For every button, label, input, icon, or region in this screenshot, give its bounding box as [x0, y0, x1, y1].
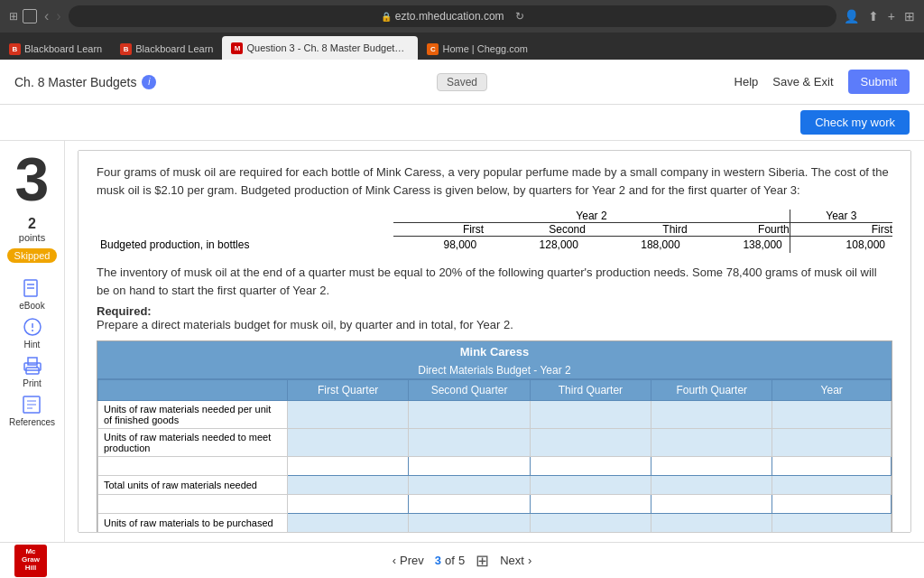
- nav-forward[interactable]: ›: [56, 8, 60, 24]
- budget-row-2-q1[interactable]: [288, 429, 409, 457]
- budget-row-5-q2[interactable]: [409, 495, 530, 514]
- nav-back[interactable]: ‹: [44, 8, 49, 24]
- hint-sidebar-item[interactable]: Hint: [22, 316, 43, 350]
- production-row: Budgeted production, in bottles 98,000 1…: [97, 237, 892, 254]
- tab-blackboard-1[interactable]: B Blackboard Learn: [0, 38, 111, 60]
- svg-point-9: [36, 366, 38, 368]
- bb-favicon-1: B: [9, 43, 21, 55]
- budget-row-6-q2[interactable]: [409, 514, 530, 533]
- prod-subh-first: First: [393, 223, 484, 237]
- prod-val-2: 128,000: [484, 237, 586, 254]
- budget-row-2-year[interactable]: [772, 429, 892, 457]
- tab-chegg[interactable]: C Home | Chegg.com: [418, 38, 537, 60]
- budget-row-4-year[interactable]: [772, 476, 892, 495]
- budget-title: Mink Caress: [97, 341, 892, 362]
- budget-row-1-q2[interactable]: [409, 401, 530, 429]
- budget-row-2: Units of raw materials needed to meet pr…: [98, 429, 892, 457]
- budget-row-4-q4[interactable]: [651, 476, 772, 495]
- budget-row-5: [98, 495, 892, 514]
- budget-row-7-q4[interactable]: [651, 533, 772, 534]
- of-label: of: [445, 554, 455, 567]
- reload-icon[interactable]: ↻: [515, 10, 524, 23]
- lock-icon: 🔒: [381, 12, 392, 22]
- page-indicator: 3 of 5: [435, 554, 465, 567]
- budget-row-2-q3[interactable]: [530, 429, 651, 457]
- budget-row-3-label: [98, 457, 288, 476]
- budget-row-3-q1[interactable]: [288, 457, 409, 476]
- address-bar[interactable]: 🔒 ezto.mheducation.com ↻: [69, 5, 836, 27]
- submit-button[interactable]: Submit: [848, 70, 910, 94]
- prod-subh-second: Second: [484, 223, 586, 237]
- budget-row-3: [98, 457, 892, 476]
- budget-row-5-q1[interactable]: [288, 495, 409, 514]
- budget-row-7-q3[interactable]: [530, 533, 651, 534]
- budget-col-q1: First Quarter: [288, 380, 409, 401]
- budget-row-3-q3[interactable]: [530, 457, 651, 476]
- budget-row-6-label: Units of raw materials to be purchased: [98, 514, 288, 533]
- account-icon[interactable]: 👤: [844, 9, 859, 23]
- check-work-button[interactable]: Check my work: [800, 110, 910, 135]
- prod-val-3: 188,000: [586, 237, 688, 254]
- budget-row-6-q3[interactable]: [530, 514, 651, 533]
- budget-col-label: [98, 380, 288, 401]
- tab-label-2: Blackboard Learn: [135, 43, 213, 54]
- share-icon[interactable]: ⬆: [868, 9, 879, 23]
- help-link[interactable]: Help: [735, 75, 759, 89]
- points-display: 2 points: [19, 215, 45, 243]
- prod-year2-header: Year 2: [393, 210, 790, 223]
- budget-row-7-year[interactable]: [772, 533, 892, 534]
- save-exit-link[interactable]: Save & Exit: [772, 75, 833, 89]
- more-icon[interactable]: ⊞: [904, 9, 915, 23]
- budget-col-q3: Third Quarter: [530, 380, 651, 401]
- saved-indicator: Saved: [437, 73, 487, 91]
- prod-col-blank: [97, 210, 393, 223]
- add-tab-icon[interactable]: +: [888, 9, 895, 23]
- budget-row-3-year[interactable]: [772, 457, 892, 476]
- ebook-sidebar-item[interactable]: eBook: [19, 277, 44, 311]
- svg-point-5: [32, 330, 33, 331]
- prev-button[interactable]: ‹ Prev: [393, 554, 424, 567]
- tab-label-3: Question 3 - Ch. 8 Master Budgets - Conn…: [246, 42, 409, 53]
- budget-row-6-year[interactable]: [772, 514, 892, 533]
- budget-row-5-q3[interactable]: [530, 495, 651, 514]
- budget-row-4-q2[interactable]: [409, 476, 530, 495]
- budget-row-1-q4[interactable]: [651, 401, 772, 429]
- budget-row-4-q3[interactable]: [530, 476, 651, 495]
- ebook-icon: [21, 277, 42, 299]
- budget-row-2-q4[interactable]: [651, 429, 772, 457]
- budget-row-6-q4[interactable]: [651, 514, 772, 533]
- budget-subtitle: Direct Materials Budget - Year 2: [97, 362, 892, 379]
- budget-row-4: Total units of raw materials needed: [98, 476, 892, 495]
- grid-view-button[interactable]: ⊞: [476, 551, 489, 571]
- ebook-label: eBook: [19, 301, 44, 311]
- budget-row-2-q2[interactable]: [409, 429, 530, 457]
- budget-row-3-q4[interactable]: [651, 457, 772, 476]
- info-icon[interactable]: i: [142, 75, 156, 89]
- references-sidebar-item[interactable]: References: [9, 394, 55, 427]
- next-button[interactable]: Next ›: [500, 554, 531, 567]
- budget-row-7-q2[interactable]: [409, 533, 530, 534]
- header-actions: Help Save & Exit Submit: [735, 70, 910, 94]
- budget-row-1-q1[interactable]: [288, 401, 409, 429]
- budget-row-5-year[interactable]: [772, 495, 892, 514]
- chegg-favicon: C: [427, 43, 439, 55]
- budget-row-7-q1[interactable]: [288, 533, 409, 534]
- prod-subh-fourth: Fourth: [688, 223, 790, 237]
- print-icon: [22, 355, 43, 377]
- print-sidebar-item[interactable]: Print: [22, 355, 43, 388]
- budget-col-year: Year: [772, 380, 892, 401]
- budget-row-1-q3[interactable]: [530, 401, 651, 429]
- budget-col-q4: Fourth Quarter: [651, 380, 772, 401]
- budget-row-5-q4[interactable]: [651, 495, 772, 514]
- print-label: Print: [23, 378, 42, 388]
- budget-row-3-q2[interactable]: [409, 457, 530, 476]
- tab-blackboard-2[interactable]: B Blackboard Learn: [111, 38, 222, 60]
- prod-year3-header: Year 3: [790, 210, 892, 223]
- budget-row-4-q1[interactable]: [288, 476, 409, 495]
- budget-row-6: Units of raw materials to be purchased: [98, 514, 892, 533]
- tab-connect[interactable]: M Question 3 - Ch. 8 Master Budgets - Co…: [222, 36, 418, 60]
- budget-row-6-q1[interactable]: [288, 514, 409, 533]
- prev-label: Prev: [400, 554, 424, 567]
- budget-row-1-year[interactable]: [772, 401, 892, 429]
- tab-strip-icon[interactable]: ⊞: [9, 10, 18, 23]
